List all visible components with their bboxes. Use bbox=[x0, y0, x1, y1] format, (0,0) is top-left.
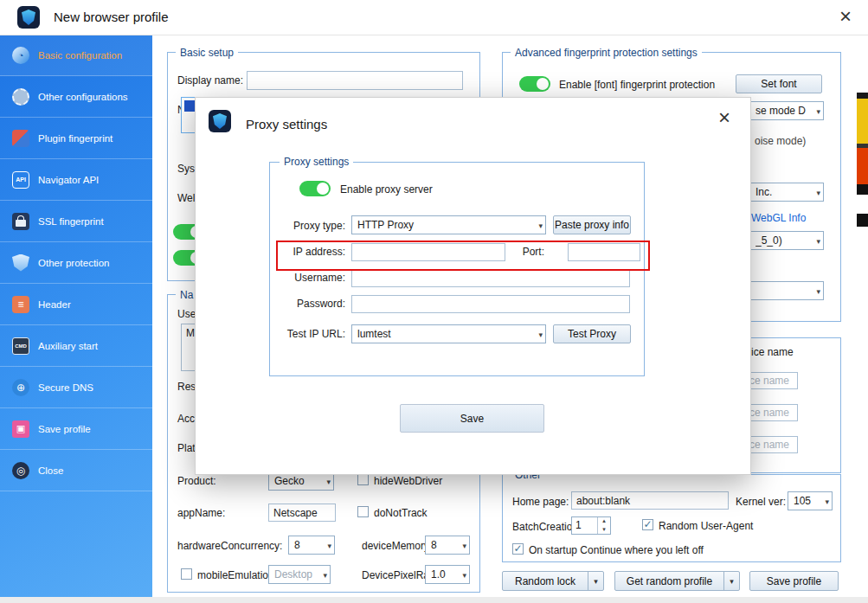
set-font-button[interactable]: Set font bbox=[736, 74, 822, 93]
proxy-save-label: Save bbox=[460, 413, 484, 425]
appname-input[interactable] bbox=[268, 504, 336, 522]
desktop-edge bbox=[857, 99, 868, 144]
device-name-input-2[interactable] bbox=[744, 404, 798, 421]
sidebar-item-navigator-api[interactable]: Navigator API bbox=[0, 159, 152, 201]
paste-proxy-info-button[interactable]: Paste proxy info bbox=[553, 215, 631, 234]
ip-address-input[interactable] bbox=[351, 243, 505, 261]
dialog-close-button[interactable]: × bbox=[712, 106, 736, 131]
sidebar-item-label: Secure DNS bbox=[38, 382, 93, 393]
proxy-save-button[interactable]: Save bbox=[400, 404, 544, 433]
chevron-down-icon bbox=[814, 186, 820, 198]
ip-address-label: IP address: bbox=[282, 246, 345, 258]
desktop-edge bbox=[857, 214, 868, 227]
hardware-concurrency-label: hardwareConcurrency: bbox=[177, 540, 282, 552]
product-label: Product: bbox=[177, 475, 216, 487]
power-icon bbox=[12, 462, 29, 479]
sidebar-item-other-protection[interactable]: Other protection bbox=[0, 242, 152, 284]
plugin-icon bbox=[12, 130, 29, 147]
stepper-up-icon[interactable] bbox=[598, 517, 610, 526]
app-window: New browser profile × Basic configuratio… bbox=[0, 0, 868, 603]
test-proxy-label: Test Proxy bbox=[568, 328, 616, 340]
shield-icon bbox=[12, 254, 29, 272]
sidebar-item-plugin-fingerprint[interactable]: Plugin fingerprint bbox=[0, 118, 152, 159]
startup-continue-checkbox[interactable] bbox=[512, 543, 524, 555]
sidebar-item-auxiliary-start[interactable]: Auxiliary start bbox=[0, 325, 152, 367]
webgl-renderer-select[interactable]: _5_0) bbox=[749, 231, 824, 250]
proxy-type-label: Proxy type: bbox=[282, 220, 345, 232]
save-profile-button[interactable]: Save profile bbox=[749, 571, 839, 591]
webgl-vendor-select[interactable]: Inc. bbox=[749, 183, 824, 202]
window-title: New browser profile bbox=[54, 0, 169, 35]
sidebar-item-header[interactable]: Header bbox=[0, 284, 152, 325]
chevron-down-icon[interactable] bbox=[588, 572, 603, 590]
noise-mode-hint: oise mode) bbox=[755, 135, 806, 147]
batch-creation-stepper[interactable]: 1 bbox=[571, 516, 611, 535]
get-random-profile-button[interactable]: Get random profile bbox=[614, 571, 740, 591]
sidebar-item-label: Plugin fingerprint bbox=[38, 133, 113, 144]
donottrack-checkbox[interactable] bbox=[357, 506, 369, 517]
chevron-down-icon bbox=[460, 568, 466, 581]
desktop-edge bbox=[857, 93, 868, 99]
font-fingerprint-toggle[interactable] bbox=[519, 76, 550, 92]
title-bar: New browser profile × bbox=[0, 0, 868, 35]
desktop-edge bbox=[857, 148, 868, 184]
platform-label: Plat bbox=[177, 442, 196, 454]
gear-icon bbox=[12, 88, 29, 106]
window-close-button[interactable]: × bbox=[833, 5, 858, 29]
webgl-vendor-value: Inc. bbox=[755, 186, 814, 198]
sidebar-item-label: Header bbox=[38, 299, 71, 310]
chevron-down-icon bbox=[823, 495, 829, 507]
port-input[interactable] bbox=[568, 243, 640, 261]
sidebar-item-secure-dns[interactable]: Secure DNS bbox=[0, 367, 152, 408]
chevron-down-icon[interactable] bbox=[723, 572, 739, 590]
chevron-down-icon bbox=[325, 539, 331, 551]
system-label: Sys bbox=[177, 163, 195, 175]
chevron-down-icon bbox=[537, 328, 543, 340]
random-user-agent-checkbox[interactable] bbox=[642, 519, 653, 530]
device-pixel-ratio-select[interactable]: 1.0 bbox=[425, 565, 470, 584]
kernel-version-select[interactable]: 105 bbox=[788, 491, 833, 510]
lock-icon bbox=[12, 213, 29, 230]
dialog-title: Proxy settings bbox=[246, 117, 327, 132]
sidebar-item-close[interactable]: Close bbox=[0, 450, 152, 491]
enable-proxy-label: Enable proxy server bbox=[340, 183, 433, 196]
display-name-input[interactable] bbox=[247, 71, 463, 90]
test-ip-url-select[interactable]: lumtest bbox=[351, 324, 546, 343]
mobile-emulation-checkbox[interactable] bbox=[181, 568, 192, 580]
stepper-arrows bbox=[597, 517, 610, 534]
webgl-info-link[interactable]: WebGL Info bbox=[751, 212, 806, 224]
advanced-extra-select[interactable] bbox=[749, 281, 824, 300]
stepper-down-icon[interactable] bbox=[598, 526, 610, 535]
chevron-down-icon bbox=[814, 234, 820, 247]
noise-mode-select[interactable]: se mode D bbox=[749, 101, 824, 120]
get-random-profile-label: Get random profile bbox=[615, 575, 723, 587]
home-page-input[interactable] bbox=[571, 491, 729, 510]
chevron-down-icon bbox=[321, 568, 327, 581]
hidewebdriver-label: hideWebDriver bbox=[374, 475, 442, 487]
sidebar-item-ssl-fingerprint[interactable]: SSL fingerprint bbox=[0, 201, 152, 242]
test-proxy-button[interactable]: Test Proxy bbox=[553, 324, 631, 343]
sidebar-item-other-configurations[interactable]: Other configurations bbox=[0, 76, 152, 118]
device-memory-select[interactable]: 8 bbox=[425, 536, 470, 555]
device-name-input-1[interactable] bbox=[744, 372, 798, 389]
enable-proxy-toggle[interactable] bbox=[299, 181, 331, 196]
password-label: Password: bbox=[282, 298, 345, 310]
useragent-label: Use bbox=[177, 308, 196, 320]
sidebar-item-basic-configuration[interactable]: Basic configuration bbox=[0, 35, 152, 76]
kernel-version-value: 105 bbox=[794, 495, 823, 507]
sidebar-item-label: Navigator API bbox=[38, 175, 99, 185]
webgl-renderer-value: _5_0) bbox=[755, 234, 814, 247]
webrtc-label: Wel bbox=[177, 192, 195, 204]
password-input[interactable] bbox=[351, 295, 630, 313]
proxy-type-select[interactable]: HTTP Proxy bbox=[351, 215, 546, 234]
mobile-emulation-select[interactable]: Desktop bbox=[268, 565, 331, 584]
chevron-down-icon bbox=[460, 539, 466, 551]
hardware-concurrency-select[interactable]: 8 bbox=[288, 536, 335, 555]
mobile-emulation-label: mobileEmulatio bbox=[197, 569, 268, 581]
random-lock-button[interactable]: Random lock bbox=[502, 571, 604, 591]
hidewebdriver-checkbox[interactable] bbox=[357, 474, 369, 485]
device-name-input-3[interactable] bbox=[744, 436, 798, 453]
sidebar-item-save-profile[interactable]: Save profile bbox=[0, 408, 152, 450]
device-pixel-ratio-value: 1.0 bbox=[431, 568, 460, 581]
username-input[interactable] bbox=[351, 269, 630, 287]
